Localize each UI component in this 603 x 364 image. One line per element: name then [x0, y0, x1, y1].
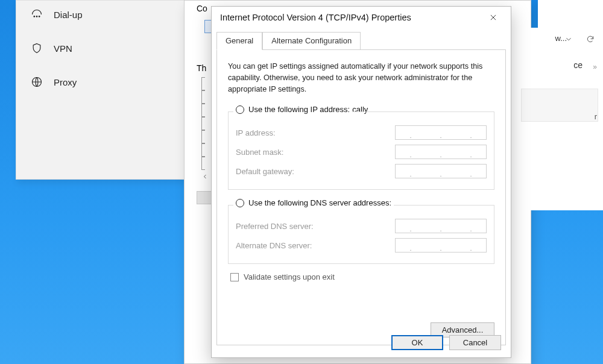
shield-icon: [31, 42, 43, 54]
radio-use-following-ip[interactable]: Use the following IP address:: [248, 105, 350, 114]
dialog-titlebar: Internet Protocol Version 4 (TCP/IPv4) P…: [212, 7, 511, 28]
cancel-button[interactable]: Cancel: [449, 335, 501, 350]
ok-button[interactable]: OK: [391, 335, 443, 350]
partial-text: ce: [573, 60, 582, 70]
dialog-button-row: OK Cancel: [391, 335, 501, 350]
close-button[interactable]: [484, 8, 502, 27]
partial-text: Th: [197, 63, 206, 73]
sidebar-item-label: Dial-up: [54, 10, 83, 20]
tab-general[interactable]: General: [216, 32, 262, 50]
ipv4-properties-dialog: Internet Protocol Version 4 (TCP/IPv4) P…: [211, 6, 511, 358]
sidebar-item-vpn[interactable]: VPN: [16, 34, 185, 62]
svg-point-2: [39, 16, 40, 17]
input-alternate-dns[interactable]: ...: [395, 238, 487, 253]
chevron-down-icon[interactable]: [561, 31, 576, 47]
sidebar-item-label: VPN: [54, 43, 72, 54]
radio-icon[interactable]: [236, 199, 244, 207]
refresh-icon[interactable]: [582, 31, 598, 47]
sidebar-item-label: Proxy: [54, 77, 77, 87]
partial-text: r: [595, 112, 597, 121]
tab-alternate-configuration[interactable]: Alternate Configuration: [262, 32, 361, 50]
partial-text: Co: [197, 4, 207, 13]
radio-use-following-dns[interactable]: Use the following DNS server addresses:: [248, 198, 391, 207]
label-alternate-dns: Alternate DNS server:: [236, 241, 312, 250]
globe-icon: [31, 76, 43, 88]
label-ip-address: IP address:: [236, 128, 276, 137]
settings-sidebar: Dial-up VPN Proxy: [16, 0, 186, 180]
svg-point-1: [36, 16, 37, 17]
description-text: You can get IP settings assigned automat…: [228, 61, 494, 95]
svg-point-0: [34, 16, 35, 17]
checkbox-validate-settings[interactable]: [230, 273, 239, 281]
label-preferred-dns: Preferred DNS server:: [236, 222, 314, 231]
chevron-overflow-icon[interactable]: »: [593, 63, 597, 71]
tab-strip: General Alternate Configuration: [216, 32, 506, 50]
input-preferred-dns[interactable]: ...: [395, 219, 487, 233]
dialog-title: Internet Protocol Version 4 (TCP/IPv4) P…: [220, 13, 411, 22]
checkbox-label: Validate settings upon exit: [244, 272, 335, 281]
sidebar-item-dialup[interactable]: Dial-up: [16, 1, 185, 28]
label-default-gateway: Default gateway:: [236, 167, 294, 176]
obscured-panel: [521, 89, 598, 122]
label-subnet-mask: Subnet mask:: [236, 148, 284, 157]
dialup-icon: [31, 8, 43, 20]
ip-manual-fieldset: Use the following IP address: IP address…: [228, 111, 494, 190]
tab-panel-general: You can get IP settings assigned automat…: [216, 50, 506, 345]
radio-icon[interactable]: [236, 105, 244, 114]
input-subnet-mask[interactable]: ...: [395, 145, 487, 159]
left-arrow-icon[interactable]: [201, 173, 209, 180]
protocol-list-edge: [201, 77, 205, 177]
input-default-gateway[interactable]: ...: [395, 164, 487, 178]
dns-manual-fieldset: Use the following DNS server addresses: …: [228, 205, 494, 264]
input-ip-address[interactable]: ...: [395, 125, 487, 140]
sidebar-item-proxy[interactable]: Proxy: [16, 68, 185, 96]
